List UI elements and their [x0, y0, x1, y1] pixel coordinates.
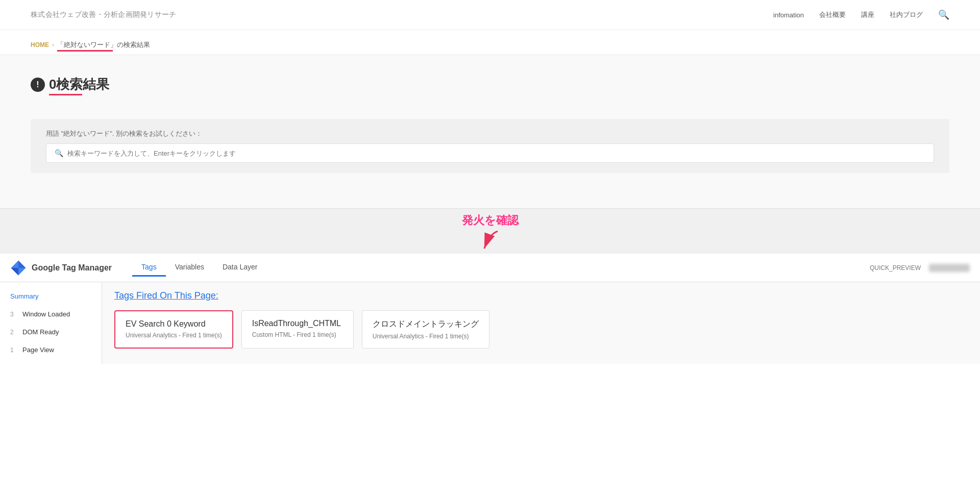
nav-blog[interactable]: 社内ブログ [890, 10, 923, 19]
sidebar-item-page-view[interactable]: 1 Page View [0, 341, 102, 359]
gtm-tabs: Tags Variables Data Layer [132, 259, 266, 277]
site-title: 株式会社ウェブ改善・分析企画開発リサーチ [31, 10, 177, 19]
tag-card-detail-2: Custom HTML - Fired 1 time(s) [252, 331, 343, 338]
gtm-main-content: Tags Fired On This Page: EV Search 0 Key… [102, 282, 980, 364]
gtm-panel: Google Tag Manager Tags Variables Data L… [0, 254, 980, 364]
gtm-logo: Google Tag Manager [10, 260, 112, 276]
sidebar-label-dom-ready: DOM Ready [22, 328, 59, 336]
gtm-header-left: Google Tag Manager Tags Variables Data L… [10, 259, 266, 277]
tag-card-ev-search[interactable]: EV Search 0 Keyword Universal Analytics … [114, 310, 233, 349]
tag-card-isreadthrough[interactable]: IsReadThrough_CHTML Custom HTML - Fired … [241, 310, 354, 349]
tag-card-name-3: クロスドメイントラッキング [373, 319, 479, 330]
main-content: ! 0検索結果 用語 "絶対ないワード". 別の検索をお試しください： 🔍 [0, 55, 980, 208]
sidebar-number-2: 2 [10, 329, 16, 336]
gtm-body: Summary 3 Window Loaded 2 DOM Ready 1 Pa… [0, 282, 980, 364]
breadcrumb: HOME › 「絶対ないワード」の検索結果 [31, 40, 949, 50]
quick-preview-label: QUICK_PREVIEW [870, 264, 921, 271]
tag-card-detail-3: Universal Analytics - Fired 1 time(s) [373, 333, 479, 340]
gtm-sidebar: Summary 3 Window Loaded 2 DOM Ready 1 Pa… [0, 282, 102, 364]
gtm-header-right: QUICK_PREVIEW [870, 264, 970, 272]
gtm-diamond-icon [10, 260, 27, 276]
tag-card-crossdomain[interactable]: クロスドメイントラッキング Universal Analytics - Fire… [362, 310, 489, 349]
breadcrumb-current: 「絶対ないワード」の検索結果 [57, 40, 150, 50]
result-title: 0検索結果 [49, 76, 109, 93]
breadcrumb-home[interactable]: HOME [31, 41, 49, 48]
gtm-header: Google Tag Manager Tags Variables Data L… [0, 254, 980, 282]
gtm-account-blurred [929, 264, 970, 272]
nav-course[interactable]: 講座 [861, 10, 874, 19]
breadcrumb-arrow: › [52, 41, 54, 48]
nav-infomation[interactable]: infomation [773, 11, 804, 19]
annotation-arrow [475, 228, 505, 254]
nav-company[interactable]: 会社概要 [819, 10, 846, 19]
sidebar-item-dom-ready[interactable]: 2 DOM Ready [0, 323, 102, 341]
tag-card-name-2: IsReadThrough_CHTML [252, 319, 343, 328]
no-result-message: 用語 "絶対ないワード". 別の検索をお試しください： 🔍 [31, 119, 949, 173]
tag-card-name-1: EV Search 0 Keyword [126, 319, 222, 329]
tab-tags[interactable]: Tags [132, 259, 166, 277]
sidebar-label-page-view: Page View [22, 346, 54, 354]
nav-links: infomation 会社概要 講座 社内ブログ 🔍 [773, 9, 949, 20]
tag-card-detail-1: Universal Analytics - Fired 1 time(s) [126, 332, 222, 339]
sidebar-label-window-loaded: Window Loaded [22, 310, 70, 318]
search-box-icon: 🔍 [55, 149, 63, 157]
search-input[interactable] [67, 150, 925, 157]
sidebar-number-1: 1 [10, 347, 16, 354]
sidebar-number-3: 3 [10, 311, 16, 318]
tags-fired-heading: Tags Fired On This Page: [114, 290, 968, 301]
tag-cards-container: EV Search 0 Keyword Universal Analytics … [114, 310, 968, 349]
warning-icon: ! [31, 78, 45, 92]
no-result-text: 用語 "絶対ないワード". 別の検索をお試しください： [46, 129, 934, 138]
svg-marker-2 [18, 260, 26, 267]
gtm-brand-name: Google Tag Manager [32, 263, 112, 273]
sidebar-item-summary[interactable]: Summary [0, 287, 102, 305]
svg-marker-3 [11, 268, 18, 275]
search-box-container[interactable]: 🔍 [46, 143, 934, 163]
search-result-heading: ! 0検索結果 [31, 76, 949, 93]
tags-fired-on-underlined: On [160, 290, 172, 301]
tab-datalayer[interactable]: Data Layer [213, 259, 266, 277]
top-navigation: 株式会社ウェブ改善・分析企画開発リサーチ infomation 会社概要 講座 … [0, 0, 980, 30]
tab-variables[interactable]: Variables [166, 259, 213, 277]
breadcrumb-area: HOME › 「絶対ないワード」の検索結果 [0, 30, 980, 55]
search-icon[interactable]: 🔍 [938, 9, 949, 20]
sidebar-item-window-loaded[interactable]: 3 Window Loaded [0, 305, 102, 323]
annotation-container: 発火を確認 [0, 208, 980, 254]
fire-annotation-label: 発火を確認 [462, 213, 519, 228]
